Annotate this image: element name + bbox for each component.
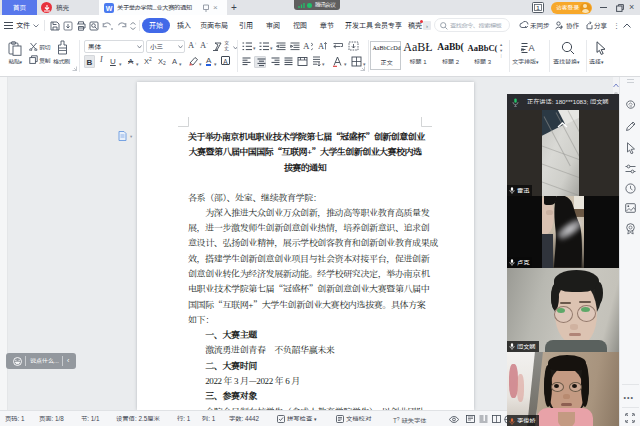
svg-text:A: A <box>529 42 535 54</box>
svg-text:A: A <box>318 41 325 51</box>
svg-text:A: A <box>303 41 310 51</box>
